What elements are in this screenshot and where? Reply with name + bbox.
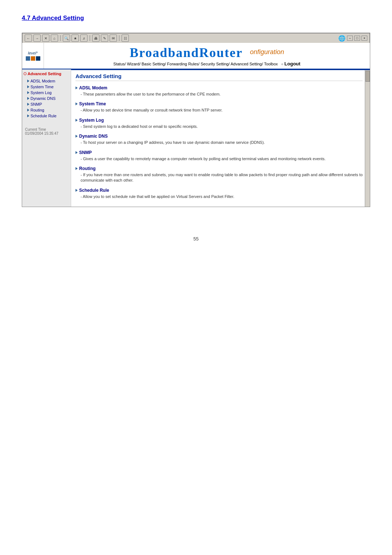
view-button[interactable]: ☷ <box>122 35 129 42</box>
section-triangle-log <box>75 119 78 122</box>
logout-radio: ○ <box>281 62 283 66</box>
print-button[interactable]: 🖶 <box>92 35 99 42</box>
sidebar-title: Advanced Setting <box>24 72 69 76</box>
router-logo: BroadbandRouter <box>130 45 242 60</box>
page-footer: 55 <box>22 236 370 242</box>
section-heading-schedule-text: Schedule Rule <box>79 188 109 193</box>
nav-status[interactable]: Status/ <box>113 62 126 66</box>
sidebar-item-dynamic-dns[interactable]: Dynamic DNS <box>24 96 69 101</box>
header-row: level° BroadbandRouter onfiguration Stat… <box>22 43 370 69</box>
nav-toolbox[interactable]: Toolbox <box>264 62 278 66</box>
section-heading-log[interactable]: System Log <box>75 118 363 123</box>
nav-advanced-setting[interactable]: Advanced Setting/ <box>230 62 263 66</box>
section-triangle-schedule <box>75 189 78 192</box>
sidebar-item-adsl-modem[interactable]: ADSL Modem <box>24 78 69 84</box>
section-desc-log: - Send system log to a dedicated host or… <box>81 124 363 129</box>
nav-basic-setting[interactable]: Basic Setting/ <box>142 62 166 66</box>
triangle-icon-time <box>27 85 29 88</box>
sidebar-item-routing[interactable]: Routing <box>24 107 69 113</box>
section-triangle-routing <box>75 167 78 170</box>
sidebar-item-snmp[interactable]: SNMP <box>24 101 69 107</box>
logo-cell: level° <box>22 43 44 69</box>
sidebar-snmp-label: SNMP <box>30 102 42 106</box>
triangle-icon-snmp <box>27 103 29 106</box>
nav-wizard[interactable]: Wizard/ <box>127 62 140 66</box>
forward-button[interactable]: → <box>33 35 41 42</box>
triangle-icon-dns <box>27 97 29 100</box>
section-desc-adsl: - These parameters allow the user to tun… <box>81 92 363 97</box>
section-heading-snmp-text: SNMP <box>79 150 92 155</box>
sidebar-time-label: System Time <box>30 85 54 89</box>
sidebar-dns-label: Dynamic DNS <box>30 96 56 101</box>
section-heading-adsl-text: ADSL Modem <box>79 85 107 90</box>
sidebar-circle-icon <box>24 72 26 75</box>
section-heading-adsl[interactable]: ADSL Modem <box>75 85 363 90</box>
section-triangle-dns <box>75 135 78 138</box>
mail-button[interactable]: ✉ <box>110 35 117 42</box>
current-time-label: Current Time <box>25 127 68 131</box>
section-heading-dns-text: Dynamic DNS <box>79 134 108 139</box>
section-heading-routing-text: Routing <box>79 166 95 171</box>
separator-1 <box>60 35 61 41</box>
section-triangle-adsl <box>75 86 78 89</box>
minimize-button[interactable]: – <box>347 36 353 41</box>
section-heading-dns[interactable]: Dynamic DNS <box>75 134 363 139</box>
triangle-icon-adsl <box>27 80 29 82</box>
section-triangle-snmp <box>75 151 78 154</box>
close-button[interactable]: × <box>362 36 367 41</box>
sidebar-adsl-label: ADSL Modem <box>30 79 55 83</box>
section-system-time: System Time - Allow you to set device ti… <box>75 101 363 113</box>
section-heading-schedule[interactable]: Schedule Rule <box>75 188 363 193</box>
router-logo-wrap: BroadbandRouter onfiguration <box>130 45 284 60</box>
section-system-log: System Log - Send system log to a dedica… <box>75 118 363 129</box>
maximize-button[interactable]: □ <box>354 36 360 41</box>
triangle-icon-routing <box>27 109 29 112</box>
current-time-value: 01/09/2004 15:35:47 <box>25 131 68 135</box>
section-desc-routing: - If you have more than one routers and … <box>81 172 363 183</box>
content-scroll-wrapper: Advanced Setting ADSL Modem - These para… <box>71 69 370 207</box>
section-snmp: SNMP - Gives a user the capability to re… <box>75 150 363 162</box>
sidebar-item-schedule-rule[interactable]: Schedule Rule <box>24 113 69 119</box>
section-adsl-modem: ADSL Modem - These parameters allow the … <box>75 85 363 97</box>
section-triangle-time <box>75 102 78 105</box>
stop-button[interactable]: ✕ <box>42 35 49 42</box>
section-heading-snmp[interactable]: SNMP <box>75 150 363 155</box>
section-heading-time[interactable]: System Time <box>75 101 363 106</box>
media-button[interactable]: ♬ <box>80 35 87 42</box>
section-heading-time-text: System Time <box>79 101 106 106</box>
sidebar: Advanced Setting ADSL Modem System Time … <box>22 69 71 207</box>
vertical-scrollbar[interactable] <box>365 70 370 207</box>
sidebar-item-system-time[interactable]: System Time <box>24 84 69 90</box>
separator-2 <box>90 35 90 41</box>
triangle-icon-schedule <box>27 114 29 117</box>
content-wrapper: Advanced Setting ADSL Modem System Time … <box>22 69 370 207</box>
favorites-button[interactable]: ★ <box>72 35 79 42</box>
search-button[interactable]: 🔍 <box>63 35 70 42</box>
separator-3 <box>119 35 119 41</box>
edit-button[interactable]: ✎ <box>101 35 108 42</box>
sidebar-log-label: System Log <box>30 90 52 95</box>
browser-window: ← → ✕ ⌂ 🔍 ★ ♬ 🖶 ✎ ✉ ☷ 🌐 – □ × <box>22 33 370 207</box>
page-number: 55 <box>193 236 199 242</box>
sidebar-title-text: Advanced Setting <box>28 72 61 76</box>
logout-button[interactable]: Logout <box>285 61 301 66</box>
sidebar-item-system-log[interactable]: System Log <box>24 90 69 96</box>
triangle-icon-log <box>27 91 29 94</box>
nav-forwarding-rules[interactable]: Forwarding Rules/ <box>167 62 199 66</box>
home-button[interactable]: ⌂ <box>51 35 58 42</box>
nav-security-setting[interactable]: Security Setting/ <box>201 62 230 66</box>
sidebar-routing-label: Routing <box>30 108 44 112</box>
header-main: BroadbandRouter onfiguration Status/ Wiz… <box>44 43 370 69</box>
main-content-title: Advanced Setting <box>75 73 363 81</box>
logo-sq-3 <box>36 56 40 61</box>
back-button[interactable]: ← <box>25 35 32 42</box>
router-logo-sub: onfiguration <box>250 48 284 56</box>
toolbar-right: 🌐 – □ × <box>338 35 367 42</box>
section-dynamic-dns: Dynamic DNS - To host your server on a c… <box>75 134 363 145</box>
section-heading-routing[interactable]: Routing <box>75 166 363 171</box>
section-schedule-rule: Schedule Rule - Allow you to set schedul… <box>75 188 363 199</box>
toolbar-left: ← → ✕ ⌂ 🔍 ★ ♬ 🖶 ✎ ✉ ☷ <box>25 35 129 42</box>
nav-bar: Status/ Wizard/ Basic Setting/ Forwardin… <box>113 61 300 66</box>
sidebar-schedule-label: Schedule Rule <box>30 114 57 118</box>
scrollbar-thumb[interactable] <box>366 71 370 82</box>
